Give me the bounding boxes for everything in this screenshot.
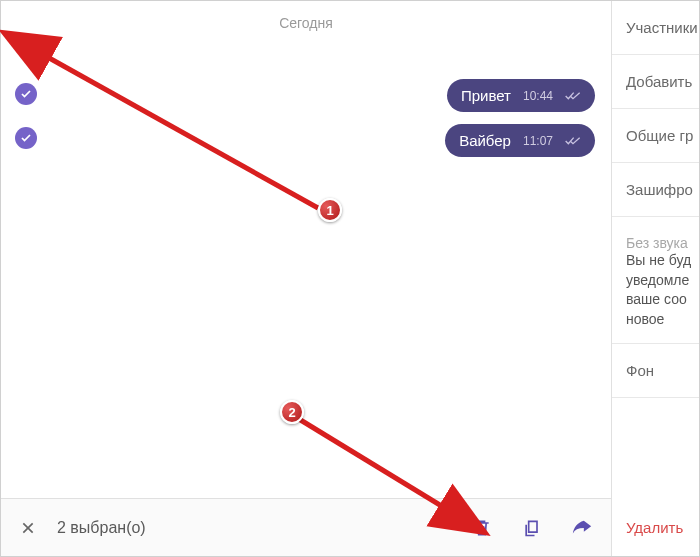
check-icon xyxy=(20,88,32,100)
chat-area: Сегодня Привет 10:44 В xyxy=(1,1,611,556)
message-text: Вайбер xyxy=(459,132,511,149)
nosound-header: Без звука xyxy=(626,235,689,251)
sidebar-item-delete[interactable]: Удалить xyxy=(612,499,699,556)
info-sidebar: Участники Добавить Общие гр Зашифро Без … xyxy=(611,1,699,556)
forward-icon xyxy=(571,517,593,539)
sidebar-item-common-groups[interactable]: Общие гр xyxy=(612,109,699,163)
forward-button[interactable] xyxy=(571,517,593,539)
message-bubble[interactable]: Привет 10:44 xyxy=(447,79,595,112)
read-ticks-icon xyxy=(565,136,581,146)
selection-toolbar: 2 выбран(о) xyxy=(1,498,611,556)
date-header: Сегодня xyxy=(1,1,611,41)
copy-button[interactable] xyxy=(521,517,543,539)
sidebar-item-encrypted[interactable]: Зашифро xyxy=(612,163,699,217)
close-selection-button[interactable] xyxy=(19,519,37,537)
read-ticks-icon xyxy=(565,91,581,101)
close-icon xyxy=(20,520,36,536)
delete-button[interactable] xyxy=(471,517,493,539)
sidebar-item-add[interactable]: Добавить xyxy=(612,55,699,109)
message-checkbox[interactable] xyxy=(15,127,37,149)
message-bubble[interactable]: Вайбер 11:07 xyxy=(445,124,595,157)
nosound-text: Вы не буд уведомле ваше соо новое xyxy=(626,251,689,329)
sidebar-item-participants[interactable]: Участники xyxy=(612,1,699,55)
message-time: 10:44 xyxy=(523,89,553,103)
selection-count-label: 2 выбран(о) xyxy=(57,519,451,537)
message-time: 11:07 xyxy=(523,134,553,148)
message-text: Привет xyxy=(461,87,511,104)
copy-icon xyxy=(522,518,542,538)
message-checkbox[interactable] xyxy=(15,83,37,105)
sidebar-item-nosound[interactable]: Без звука Вы не буд уведомле ваше соо но… xyxy=(612,217,699,344)
sidebar-item-background[interactable]: Фон xyxy=(612,344,699,398)
chat-body: Привет 10:44 Вайбер 11:07 xyxy=(1,41,611,498)
trash-icon xyxy=(472,518,492,538)
check-icon xyxy=(20,132,32,144)
